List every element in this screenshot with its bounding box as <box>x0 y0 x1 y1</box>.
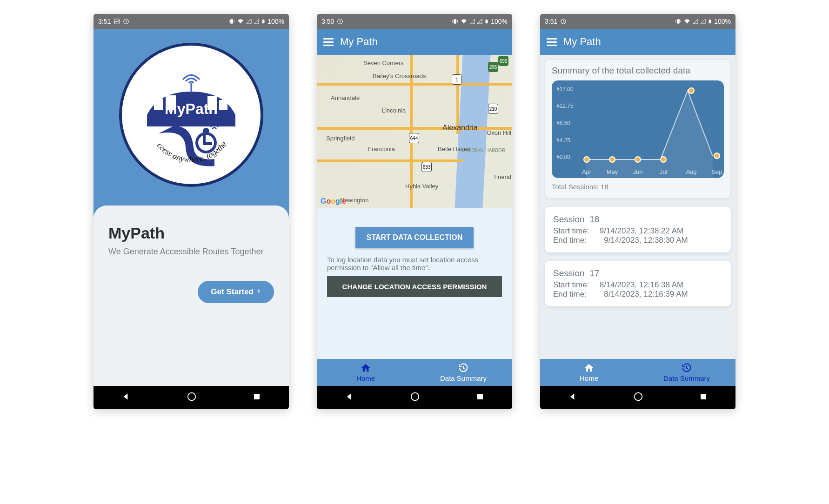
battery-pct: 100% <box>491 18 508 25</box>
phone-welcome: 3:51 100% <box>94 14 289 409</box>
map-place: Lincolnia <box>382 107 406 114</box>
map-place: Franconia <box>368 146 395 153</box>
svg-rect-8 <box>219 100 227 110</box>
map-place: Bailey's Crossroads <box>373 73 426 80</box>
status-bar: 3:51 100% <box>94 14 289 29</box>
bottom-tabs: Home Data Summary <box>317 359 512 386</box>
route-shield: 1 <box>452 74 462 85</box>
svg-point-20 <box>411 393 419 401</box>
summary-body: Summary of the total collected data #17.… <box>540 55 735 359</box>
session-number: 17 <box>589 268 599 278</box>
change-permission-button[interactable]: CHANGE LOCATION ACCESS PERMISSION <box>327 276 502 297</box>
route-shield: 695 <box>498 56 508 66</box>
route-shield: 210 <box>488 104 498 114</box>
x-tick: May <box>607 168 618 175</box>
x-tick: Jul <box>660 168 668 175</box>
menu-icon[interactable] <box>547 38 557 46</box>
app-subtitle: We Generate Accessible Routes Together <box>108 246 274 258</box>
nav-back-icon[interactable] <box>121 392 131 403</box>
nav-back-icon[interactable] <box>345 392 354 403</box>
svg-rect-24 <box>709 20 711 24</box>
svg-rect-25 <box>709 19 710 20</box>
signal-2-icon <box>477 19 482 24</box>
sync-icon <box>123 18 129 25</box>
svg-rect-15 <box>254 394 260 399</box>
phone-summary: 3:51 100% My Path Summary of the total c… <box>540 14 735 409</box>
chart-point <box>714 153 720 159</box>
end-label: End time: <box>553 236 597 245</box>
y-tick: #12.75 <box>556 103 574 109</box>
nav-home-icon[interactable] <box>633 391 643 404</box>
chart-point <box>583 156 590 163</box>
svg-text:MyPath: MyPath <box>165 100 218 117</box>
session-start: 8/14/2023, 12:16:38 AM <box>600 280 684 289</box>
tab-home[interactable]: Home <box>317 359 414 386</box>
x-tick: Sep <box>711 168 722 175</box>
battery-icon <box>484 18 489 25</box>
summary-title: Summary of the total collected data <box>552 66 724 76</box>
get-started-button[interactable]: Get Started <box>198 281 274 303</box>
get-started-label: Get Started <box>211 287 254 297</box>
menu-icon[interactable] <box>323 38 334 46</box>
header-title: My Path <box>563 36 601 48</box>
svg-rect-18 <box>486 20 488 24</box>
map-view[interactable]: 1 644 633 210 295 695 Seven Corners Bail… <box>317 55 512 208</box>
nav-recent-icon[interactable] <box>253 392 261 403</box>
wifi-icon <box>683 18 691 25</box>
status-bar: 3:50 100% <box>317 14 512 29</box>
app-name: MyPath <box>108 224 274 242</box>
home-body: 1 644 633 210 295 695 Seven Corners Bail… <box>317 55 512 359</box>
map-place: NATIONAL HARBOR <box>461 148 505 153</box>
status-time: 3:51 <box>98 18 111 25</box>
chart-point <box>660 156 667 163</box>
chart-point <box>688 87 695 94</box>
battery-icon <box>261 18 266 25</box>
session-card[interactable]: Session 18 Start time: 9/14/2023, 12:38:… <box>545 207 731 252</box>
svg-rect-3 <box>262 20 265 24</box>
signal-1-icon <box>469 19 475 24</box>
nav-recent-icon[interactable] <box>699 392 708 403</box>
nav-recent-icon[interactable] <box>476 392 484 403</box>
tab-data-summary[interactable]: Data Summary <box>638 359 735 386</box>
start-label: Start time: <box>553 226 597 236</box>
x-tick: Apr <box>582 168 591 175</box>
route-shield: 644 <box>409 133 419 143</box>
map-place: Friend <box>494 173 511 180</box>
map-place: Seven Corners <box>363 60 404 66</box>
chevron-right-icon <box>256 287 261 297</box>
vibrate-icon <box>452 18 458 25</box>
home-icon <box>583 363 595 374</box>
svg-rect-23 <box>677 19 680 23</box>
svg-rect-5 <box>154 99 163 110</box>
svg-rect-21 <box>477 394 483 399</box>
wifi-icon <box>237 18 244 25</box>
session-card[interactable]: Session 17 Start time: 8/14/2023, 12:16:… <box>545 261 731 306</box>
map-place: Hybla Valley <box>405 183 438 190</box>
nav-home-icon[interactable] <box>187 391 197 404</box>
vibrate-icon <box>675 18 682 25</box>
phone-home: 3:50 100% My Path 1 644 633 210 295 <box>317 14 512 409</box>
svg-point-26 <box>635 393 642 401</box>
status-time: 3:51 <box>545 18 557 25</box>
x-tick: Aug <box>686 168 696 175</box>
start-collection-button[interactable]: START DATA COLLECTION <box>355 227 474 248</box>
tab-home-label: Home <box>580 374 598 382</box>
tab-data-summary[interactable]: Data Summary <box>414 359 512 386</box>
header-title: My Path <box>340 36 378 48</box>
svg-rect-0 <box>114 19 120 24</box>
nav-home-icon[interactable] <box>410 391 420 404</box>
tab-home[interactable]: Home <box>540 359 638 386</box>
map-attribution: Google <box>321 197 346 206</box>
summary-card: Summary of the total collected data #17.… <box>545 60 731 199</box>
end-label: End time: <box>553 290 597 299</box>
session-end: 9/14/2023, 12:38:30 AM <box>604 236 688 245</box>
start-label: Start time: <box>553 280 597 290</box>
map-place: Oxon Hill <box>487 129 511 136</box>
svg-rect-2 <box>230 19 233 23</box>
chart-point <box>635 156 641 163</box>
nav-back-icon[interactable] <box>568 392 577 403</box>
map-place: Springfield <box>326 135 354 142</box>
y-tick: #8.50 <box>556 120 570 126</box>
android-nav-bar <box>317 386 512 409</box>
signal-2-icon <box>700 19 706 24</box>
